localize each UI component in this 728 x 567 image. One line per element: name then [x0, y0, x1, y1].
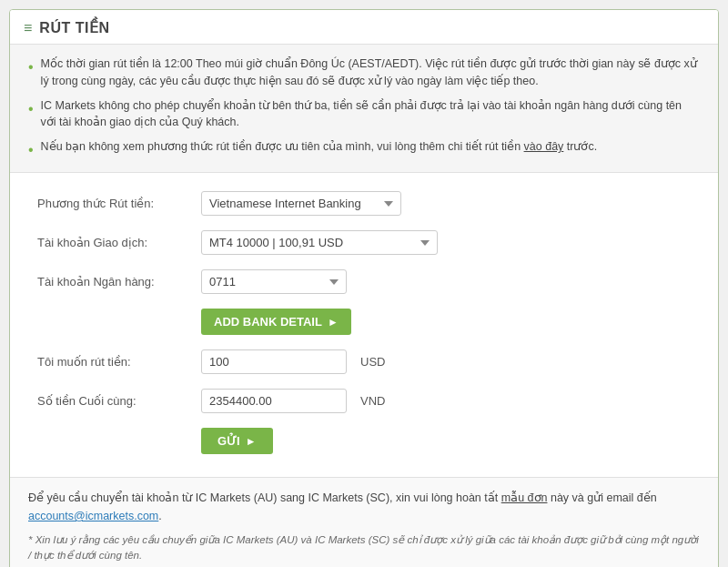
- mau-don-link[interactable]: mẫu đơn: [501, 491, 548, 504]
- info-item-1: • Mốc thời gian rút tiền là 12:00 Theo m…: [28, 56, 700, 90]
- bullet-icon-1: •: [28, 56, 34, 78]
- account-label: Tài khoản Giao dịch:: [37, 236, 201, 249]
- bank-control: 0711: [201, 269, 691, 294]
- submit-row: GỬI ►: [37, 428, 691, 454]
- page-header: ≡ RÚT TIỀN: [10, 10, 718, 45]
- method-control: Vietnamese Internet Banking Credit Card …: [201, 191, 691, 216]
- submit-button[interactable]: GỬI ►: [201, 428, 273, 454]
- add-bank-label: ADD BANK DETAIL: [214, 315, 322, 329]
- info-list: • Mốc thời gian rút tiền là 12:00 Theo m…: [28, 56, 700, 161]
- add-bank-row: ADD BANK DETAIL ►: [37, 309, 691, 335]
- bullet-icon-2: •: [28, 98, 34, 120]
- form-section: Phương thức Rút tiền: Vietnamese Interne…: [10, 173, 718, 477]
- main-container: ≡ RÚT TIỀN • Mốc thời gian rút tiền là 1…: [9, 9, 719, 567]
- info-text-1: Mốc thời gian rút tiền là 12:00 Theo múi…: [41, 56, 700, 90]
- account-control: MT4 10000 | 100,91 USD: [201, 230, 691, 255]
- method-label: Phương thức Rút tiền:: [37, 197, 201, 210]
- final-input[interactable]: [201, 389, 347, 413]
- menu-icon: ≡: [24, 20, 32, 36]
- info-item-2: • IC Markets không cho phép chuyển khoản…: [28, 97, 700, 132]
- footer-section: Để yêu cầu chuyển tài khoản từ IC Market…: [10, 477, 718, 567]
- arrow-right-icon: ►: [328, 316, 339, 329]
- amount-label: Tôi muốn rút tiền:: [37, 355, 201, 369]
- footer-main-text: Để yêu cầu chuyển tài khoản từ IC Market…: [28, 489, 700, 525]
- submit-label: GỬI: [217, 434, 240, 448]
- amount-currency: USD: [360, 355, 385, 369]
- bank-row: Tài khoản Ngân hàng: 0711: [37, 269, 691, 294]
- page-title: RÚT TIỀN: [39, 19, 109, 36]
- submit-arrow-icon: ►: [246, 435, 257, 448]
- info-text-3: Nếu bạn không xem phương thức rút tiền đ…: [41, 138, 598, 156]
- method-row: Phương thức Rút tiền: Vietnamese Interne…: [37, 191, 691, 216]
- method-select[interactable]: Vietnamese Internet Banking Credit Card …: [201, 191, 401, 216]
- info-text-2: IC Markets không cho phép chuyển khoản t…: [41, 97, 700, 132]
- footer-note: * Xin lưu ý rằng các yêu cầu chuyển giữa…: [28, 532, 700, 564]
- account-select[interactable]: MT4 10000 | 100,91 USD: [201, 230, 438, 255]
- add-bank-button[interactable]: ADD BANK DETAIL ►: [201, 309, 351, 335]
- final-row: Số tiền Cuối cùng: VND: [37, 389, 691, 413]
- email-link[interactable]: accounts@icmarkets.com: [28, 510, 158, 522]
- final-control: VND: [201, 389, 691, 413]
- account-row: Tài khoản Giao dịch: MT4 10000 | 100,91 …: [37, 230, 691, 255]
- bank-select[interactable]: 0711: [201, 269, 347, 294]
- amount-input[interactable]: [201, 349, 347, 374]
- amount-row: Tôi muốn rút tiền: USD: [37, 349, 691, 374]
- final-label: Số tiền Cuối cùng:: [37, 394, 201, 408]
- info-item-3: • Nếu bạn không xem phương thức rút tiền…: [28, 138, 700, 161]
- bullet-icon-3: •: [28, 139, 34, 161]
- final-currency: VND: [360, 394, 385, 408]
- vao-day-link[interactable]: vào đây: [524, 140, 564, 153]
- amount-control: USD: [201, 349, 691, 374]
- info-section: • Mốc thời gian rút tiền là 12:00 Theo m…: [10, 45, 718, 173]
- bank-label: Tài khoản Ngân hàng:: [37, 275, 201, 289]
